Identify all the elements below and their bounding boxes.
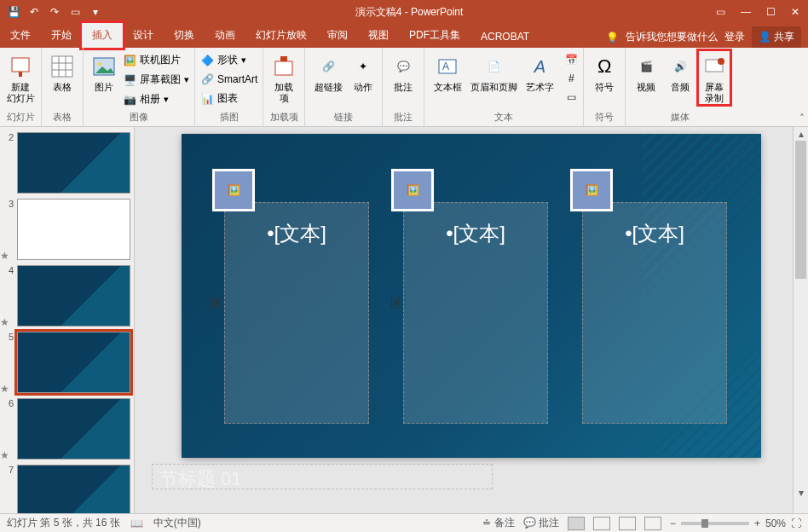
content-card-2[interactable]: 🖼️ 区 •[文本] (403, 202, 548, 424)
tab-view[interactable]: 视图 (358, 23, 399, 48)
svg-point-14 (718, 58, 724, 65)
shapes-button[interactable]: 🔷形状 ▾ (200, 51, 257, 69)
video-button[interactable]: 🎬 视频 (631, 51, 661, 93)
tellme-text[interactable]: 告诉我您想要做什么 (626, 30, 718, 44)
tab-home[interactable]: 开始 (41, 23, 82, 48)
pictures-button[interactable]: 图片 (89, 51, 119, 93)
group-images: 图片 🖼️联机图片 🖥️屏幕截图 ▾ 📷相册 ▾ 图像 (84, 48, 195, 126)
tab-transition[interactable]: 切换 (164, 23, 205, 48)
zoom-control[interactable]: − + 50% ⛶ (670, 518, 801, 529)
thumbnail-slide-4[interactable]: 4 (3, 265, 130, 327)
comment-button[interactable]: 💬 批注 (388, 51, 418, 93)
thumbnail-slide-3[interactable]: 3 (3, 199, 130, 260)
zoom-out-icon[interactable]: − (670, 518, 676, 529)
header-footer-button[interactable]: 📄 页眉和页脚 (469, 51, 518, 93)
status-bar: 幻灯片 第 5 张，共 16 张 📖 中文(中国) ≐ 备注 💬 批注 − + … (0, 513, 808, 532)
zoom-value[interactable]: 50% (765, 518, 786, 529)
scroll-up-icon: ▴ (794, 127, 808, 141)
spell-check-icon[interactable]: 📖 (130, 518, 143, 529)
picture-placeholder-icon[interactable]: 🖼️ (212, 169, 255, 211)
screen-recording-button[interactable]: 屏幕 录制 (699, 51, 730, 104)
undo-icon[interactable]: ↶ (27, 5, 41, 19)
tab-acrobat[interactable]: ACROBAT (470, 26, 540, 48)
tab-review[interactable]: 审阅 (317, 23, 358, 48)
zoom-slider[interactable] (681, 522, 749, 525)
fit-window-icon[interactable]: ⛶ (791, 518, 801, 529)
zoom-in-icon[interactable]: + (754, 518, 760, 529)
picture-placeholder-icon[interactable]: 🖼️ (570, 169, 613, 211)
language-status[interactable]: 中文(中国) (153, 516, 201, 530)
group-media: 🎬 视频 🔊 音频 屏幕 录制 媒体 (626, 48, 735, 126)
maximize-icon[interactable]: ☐ (766, 6, 776, 18)
reading-view-button[interactable] (619, 517, 636, 530)
group-comments: 💬 批注 批注 (383, 48, 424, 126)
thumbnail-slide-2[interactable]: 2 (3, 132, 130, 194)
title-bar: 💾 ↶ ↷ ▭ ▾ 演示文稿4 - PowerPoint ▭ — ☐ ✕ (0, 0, 808, 24)
date-time-button[interactable]: 📅 (564, 51, 578, 68)
wordart-button[interactable]: A 艺术字 (522, 51, 557, 93)
textbox-button[interactable]: A 文本框 (430, 51, 465, 93)
svg-rect-2 (52, 56, 72, 77)
tellme-icon: 💡 (606, 32, 619, 43)
content-card-3[interactable]: 🖼️ •[文本] (582, 202, 727, 424)
table-button[interactable]: 表格 (47, 51, 78, 93)
online-pictures-button[interactable]: 🖼️联机图片 (123, 51, 189, 69)
svg-rect-1 (19, 72, 22, 77)
qat-dropdown-icon[interactable]: ▾ (89, 5, 102, 19)
symbol-button[interactable]: Ω 符号 (589, 51, 620, 93)
svg-rect-0 (12, 58, 29, 72)
title-placeholder[interactable]: 节标题 01 (152, 464, 493, 489)
tab-slideshow[interactable]: 幻灯片放映 (245, 23, 317, 48)
save-icon[interactable]: 💾 (7, 5, 20, 19)
screenshot-button[interactable]: 🖥️屏幕截图 ▾ (123, 71, 189, 89)
slide-number-button[interactable]: # (564, 70, 578, 87)
ribbon-options-icon[interactable]: ▭ (716, 6, 725, 18)
object-button[interactable]: ▭ (564, 89, 578, 106)
ribbon: 新建 幻灯片 幻灯片 表格 表格 图片 🖼️联机图片 🖥️屏幕截图 ▾ 📷相册 … (0, 48, 808, 127)
photo-album-button[interactable]: 📷相册 ▾ (123, 90, 189, 108)
close-icon[interactable]: ✕ (791, 6, 799, 18)
minimize-icon[interactable]: — (741, 6, 751, 18)
content-card-1[interactable]: 🖼️ 区 •[文本] (224, 202, 369, 424)
group-links: 🔗 超链接 ✦ 动作 链接 (305, 48, 383, 126)
ribbon-tabs: 文件 开始 插入 设计 切换 动画 幻灯片放映 审阅 视图 PDF工具集 ACR… (0, 24, 808, 48)
tab-design[interactable]: 设计 (123, 23, 164, 48)
tab-pdf[interactable]: PDF工具集 (399, 23, 470, 48)
hyperlink-button[interactable]: 🔗 超链接 (310, 51, 346, 93)
svg-point-8 (98, 62, 101, 66)
svg-text:A: A (442, 61, 449, 72)
new-slide-button[interactable]: 新建 幻灯片 (5, 51, 36, 104)
addins-button[interactable]: 加载 项 (268, 51, 299, 104)
svg-rect-9 (275, 61, 292, 75)
share-button[interactable]: 👤 共享 (752, 26, 801, 48)
collapse-ribbon-icon[interactable]: ˄ (799, 113, 805, 124)
slide-sorter-view-button[interactable] (593, 517, 610, 530)
notes-button[interactable]: ≐ 备注 (482, 516, 514, 530)
scroll-down-icon: ▾ (794, 486, 808, 500)
window-title: 演示文稿4 - PowerPoint (102, 5, 716, 20)
slide-editor[interactable]: 🖼️ 区 •[文本] 🖼️ 区 •[文本] 🖼️ •[文本] 节标题 01 ▴ … (135, 127, 808, 513)
login-link[interactable]: 登录 (724, 30, 745, 44)
thumbnail-slide-6[interactable]: 6 (3, 398, 130, 460)
comments-button[interactable]: 💬 批注 (523, 516, 559, 530)
chart-button[interactable]: 📊图表 (200, 90, 257, 107)
thumbnail-slide-7[interactable]: 7 (3, 465, 130, 513)
vertical-scrollbar[interactable]: ▴ ▾ (793, 127, 808, 513)
tab-animation[interactable]: 动画 (205, 23, 245, 48)
picture-placeholder-icon[interactable]: 🖼️ (391, 169, 434, 211)
audio-button[interactable]: 🔊 音频 (665, 51, 695, 93)
normal-view-button[interactable] (568, 517, 585, 530)
group-slides: 新建 幻灯片 幻灯片 (0, 48, 42, 126)
tab-file[interactable]: 文件 (0, 23, 41, 48)
thumbnail-panel[interactable]: 2 3★ 4★ 5★ 6★ 7 (0, 127, 135, 513)
redo-icon[interactable]: ↷ (48, 5, 61, 19)
slide-canvas[interactable]: 🖼️ 区 •[文本] 🖼️ 区 •[文本] 🖼️ •[文本] (182, 134, 761, 458)
slide-counter[interactable]: 幻灯片 第 5 张，共 16 张 (7, 516, 120, 530)
start-from-beginning-icon[interactable]: ▭ (68, 5, 82, 19)
thumbnail-slide-5[interactable]: 5 (3, 332, 130, 393)
action-button[interactable]: ✦ 动作 (349, 51, 377, 93)
slideshow-view-button[interactable] (644, 517, 661, 530)
group-symbols: Ω 符号 符号 (584, 48, 626, 126)
smartart-button[interactable]: 🔗SmartArt (200, 71, 257, 88)
tab-insert[interactable]: 插入 (82, 23, 123, 48)
